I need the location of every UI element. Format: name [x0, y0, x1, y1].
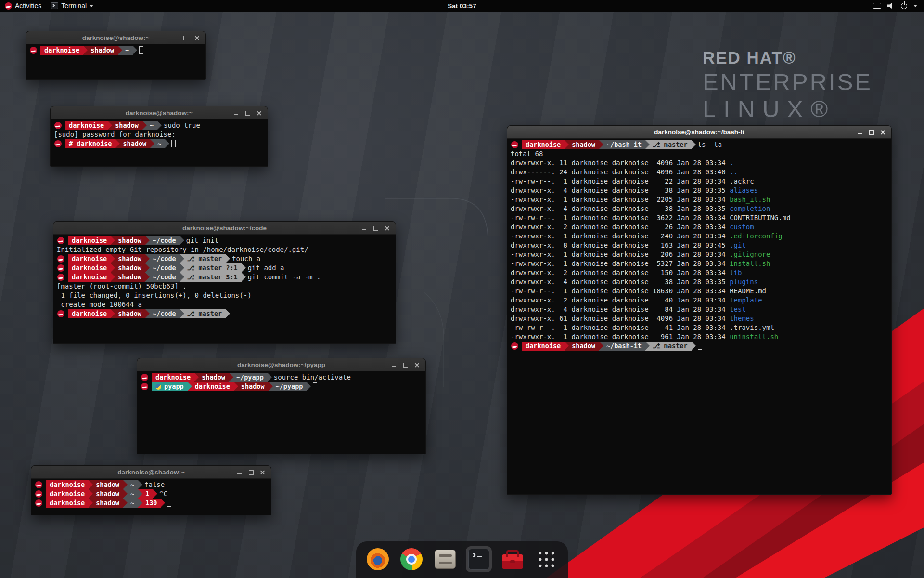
command-text: source bin/activate [274, 373, 351, 381]
terminal-content[interactable]: darknoiseshadow~/bash-it⎇ masterls -lato… [507, 139, 891, 494]
titlebar[interactable]: darknoise@shadow:~ [31, 466, 271, 479]
close-button[interactable] [254, 106, 265, 119]
minimize-button[interactable] [234, 466, 245, 478]
minimize-button[interactable] [359, 222, 370, 234]
output-text: -rwxrwxr-x. 1 darknoise darknoise 240 Ja… [511, 232, 730, 240]
terminal-line: -rwxrwxr-x. 1 darknoise darknoise 206 Ja… [511, 250, 888, 259]
output-text: -rw-rw-r--. 1 darknoise darknoise 41 Jan… [511, 324, 730, 331]
prompt-user-segment: darknoise [68, 254, 111, 263]
prompt-host-segment: shadow [89, 499, 123, 508]
output-text: -rwxrwxr-x. 1 darknoise darknoise 2205 J… [511, 196, 730, 203]
dock-chrome-icon[interactable] [398, 546, 424, 572]
titlebar[interactable]: darknoise@shadow:~/bash-it [507, 126, 891, 139]
maximize-button[interactable] [245, 466, 257, 478]
chrome-icon [400, 548, 423, 570]
close-button[interactable] [192, 31, 203, 44]
terminal-window-bashit[interactable]: darknoise@shadow:~/bash-it darknoiseshad… [507, 125, 892, 495]
redhat-prompt-icon [57, 264, 64, 272]
titlebar[interactable]: darknoise@shadow:~ [51, 106, 268, 119]
terminal-line: darknoiseshadow~ [29, 46, 202, 55]
terminal-line: drwxrwxr-x. 4 darknoise darknoise 84 Jan… [511, 305, 888, 314]
redhat-prompt-icon [35, 499, 42, 507]
prompt-user-segment: darknoise [68, 309, 111, 318]
terminal-window-pyapp[interactable]: darknoise@shadow:~/pyapp darknoiseshadow… [137, 358, 426, 454]
prompt-host-segment: shadow [111, 263, 145, 273]
prompt-user-segment: darknoise [68, 263, 111, 273]
terminal-line: 1 file changed, 0 insertions(+), 0 delet… [57, 291, 392, 300]
directory-name: lib [730, 269, 742, 276]
redhat-prompt-icon [141, 383, 148, 390]
close-button[interactable] [877, 126, 889, 138]
maximize-button[interactable] [242, 106, 254, 119]
output-text: -rw-rw-r--. 1 darknoise darknoise 3622 J… [511, 214, 730, 222]
terminal-content[interactable]: darknoiseshadow~/pyappsource bin/activat… [137, 371, 425, 454]
terminal-window-sudo[interactable]: darknoise@shadow:~ darknoiseshadow~sudo … [50, 106, 268, 167]
command-text: git commit -a -m . [248, 273, 321, 281]
terminal-line: total 68 [511, 149, 888, 158]
directory-name: themes [730, 315, 754, 322]
directory-name: .. [730, 168, 738, 176]
terminal-content[interactable]: darknoiseshadow~falsedarknoiseshadow~1^C… [31, 479, 271, 515]
close-button[interactable] [382, 222, 393, 234]
dock-firefox-icon[interactable] [365, 546, 391, 572]
close-button[interactable] [257, 466, 269, 478]
terminal-content[interactable]: darknoiseshadow~sudo true[sudo] password… [51, 119, 268, 166]
minimize-button[interactable] [231, 106, 242, 119]
redhat-prompt-icon [35, 481, 42, 488]
terminal-line: # darknoiseshadow~ [54, 139, 264, 148]
redhat-prompt-icon [511, 141, 518, 148]
titlebar[interactable]: darknoise@shadow:~ [26, 31, 205, 44]
top-bar: Activities Terminal Sat 03:57 [0, 0, 924, 12]
terminal-line: drwxrwxr-x. 2 darknoise darknoise 26 Jan… [511, 223, 888, 232]
directory-name: completion [730, 205, 770, 212]
terminal-line: darknoiseshadow~130 [35, 499, 268, 508]
dock-toolbox-icon[interactable] [500, 546, 526, 572]
terminal-line: darknoiseshadow~/bash-it⎇ master [511, 342, 888, 351]
titlebar[interactable]: darknoise@shadow:~/pyapp [137, 358, 425, 371]
directory-name: . [730, 159, 733, 167]
prompt-path-segment: ~/code [145, 309, 180, 318]
terminal-line: Initialized empty Git repository in /hom… [57, 245, 392, 254]
dock-files-icon[interactable] [432, 546, 458, 572]
dock-app-grid-icon[interactable] [533, 546, 559, 572]
terminal-content[interactable]: darknoiseshadow~ [26, 44, 205, 79]
minimize-button[interactable] [854, 126, 866, 138]
terminal-window-home-1[interactable]: darknoise@shadow:~ darknoiseshadow~ [26, 31, 206, 80]
executable-name: install.sh [730, 260, 770, 267]
output-text: drwxrwxr-x. 8 darknoise darknoise 163 Ja… [511, 241, 730, 249]
activities-label: Activities [15, 2, 41, 10]
command-text: touch a [232, 255, 260, 263]
titlebar[interactable]: darknoise@shadow:~/code [53, 222, 396, 235]
prompt-host-segment: shadow [116, 139, 150, 148]
terminal-line: -rwxrwxr-x. 1 darknoise darknoise 240 Ja… [511, 232, 888, 241]
terminal-line: drwxrwxr-x. 4 darknoise darknoise 38 Jan… [511, 277, 888, 287]
minimize-button[interactable] [388, 358, 400, 371]
terminal-cursor [167, 499, 171, 507]
maximize-button[interactable] [866, 126, 877, 138]
maximize-button[interactable] [370, 222, 382, 234]
terminal-line: darknoiseshadow~/codegit init [57, 236, 392, 245]
dock [356, 541, 568, 578]
terminal-window-home-2[interactable]: darknoise@shadow:~ darknoiseshadow~false… [31, 465, 271, 515]
system-status-area[interactable] [873, 0, 924, 12]
terminal-content[interactable]: darknoiseshadow~/codegit initInitialized… [53, 235, 396, 343]
prompt-host-segment: shadow [234, 382, 269, 391]
dock-terminal-icon[interactable] [466, 546, 492, 572]
maximize-button[interactable] [180, 31, 192, 44]
terminal-window-code[interactable]: darknoise@shadow:~/code darknoiseshadow~… [53, 221, 396, 344]
prompt-user-segment: darknoise [188, 382, 234, 391]
app-menu-terminal[interactable]: Terminal [46, 0, 98, 12]
prompt-path-segment: ~/code [145, 254, 180, 263]
output-text: -rw-rw-r--. 1 darknoise darknoise 18630 … [511, 287, 730, 295]
minimize-button[interactable] [168, 31, 180, 44]
terminal-cursor [139, 46, 143, 54]
close-button[interactable] [411, 358, 423, 371]
terminal-line: drwxrwxr-x. 8 darknoise darknoise 163 Ja… [511, 241, 888, 250]
maximize-button[interactable] [400, 358, 411, 371]
prompt-host-segment: shadow [111, 254, 145, 263]
activities-button[interactable]: Activities [0, 0, 46, 12]
files-icon [435, 550, 456, 569]
clock[interactable]: Sat 03:57 [448, 2, 476, 10]
executable-name: bash_it.sh [730, 196, 770, 203]
output-text: -rw-rw-r--. 1 darknoise darknoise 22 Jan… [511, 177, 730, 185]
